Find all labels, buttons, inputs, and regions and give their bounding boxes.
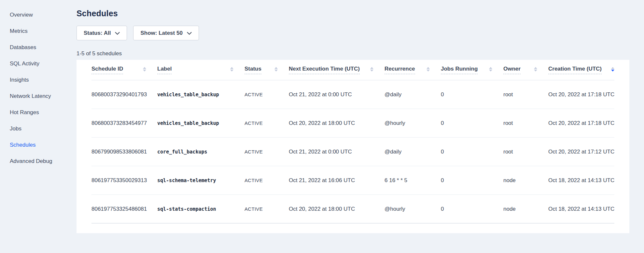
schedules-table-card: Schedule ID Label Status Next Execution …: [77, 60, 629, 233]
sidebar-nav: Overview Metrics Databases SQL Activity …: [0, 0, 77, 253]
main-content: Schedules Status: All Show: Latest 50 1-…: [77, 0, 644, 253]
column-header[interactable]: Label: [157, 60, 245, 80]
cell-label: vehicles_table_backup: [157, 92, 245, 98]
sort-icon[interactable]: [489, 67, 492, 72]
cell-recurrence: @daily: [385, 149, 441, 155]
chevron-down-icon: [187, 32, 192, 35]
status-filter-dropdown[interactable]: Status: All: [77, 26, 127, 40]
sidebar-item-overview[interactable]: Overview: [0, 7, 77, 23]
sidebar-item-label: SQL Activity: [10, 60, 39, 67]
show-filter-dropdown[interactable]: Show: Latest 50: [133, 26, 199, 40]
sort-down-arrow-icon: [274, 70, 278, 72]
show-filter-label: Show: Latest 50: [140, 30, 182, 36]
column-header-label: Label: [157, 66, 172, 74]
table-row[interactable]: 806800373283454977 vehicles_table_backup…: [91, 109, 614, 138]
sort-icon[interactable]: [230, 67, 233, 72]
sort-down-arrow-icon: [611, 70, 614, 72]
column-header[interactable]: Next Execution Time (UTC): [289, 60, 385, 80]
cell-creation-time: Oct 20, 2022 at 17:18 UTC: [548, 91, 618, 98]
sort-down-arrow-icon: [534, 70, 537, 72]
cell-owner: root: [503, 149, 548, 155]
cell-recurrence: @daily: [385, 91, 441, 98]
sort-up-arrow-icon: [370, 67, 373, 69]
cell-jobs-running: 0: [441, 91, 503, 98]
cell-recurrence: @hourly: [385, 120, 441, 126]
cell-schedule-id: 806799098533806081: [91, 149, 157, 155]
column-header[interactable]: Schedule ID: [91, 60, 157, 80]
cell-label: sql-schema-telemetry: [157, 178, 245, 183]
cell-status: ACTIVE: [245, 206, 289, 212]
cell-label: sql-stats-compaction: [157, 206, 245, 212]
status-filter-label: Status: All: [84, 30, 111, 36]
sort-icon[interactable]: [274, 67, 278, 72]
cell-status: ACTIVE: [245, 178, 289, 183]
column-header[interactable]: Creation Time (UTC): [548, 60, 614, 80]
cell-next-execution: Oct 21, 2022 at 0:00 UTC: [289, 149, 385, 155]
sort-icon[interactable]: [534, 67, 537, 72]
column-header[interactable]: Status: [245, 60, 289, 80]
sidebar-item-databases[interactable]: Databases: [0, 39, 77, 56]
sidebar-item-metrics[interactable]: Metrics: [0, 23, 77, 39]
chevron-down-icon: [115, 32, 120, 35]
sidebar-item-network-latency[interactable]: Network Latency: [0, 88, 77, 104]
cell-owner: node: [503, 206, 548, 212]
cell-schedule-id: 806197753325486081: [91, 206, 157, 212]
table-row[interactable]: 806800373290401793 vehicles_table_backup…: [91, 80, 614, 109]
sort-icon[interactable]: [611, 67, 614, 72]
cell-next-execution: Oct 20, 2022 at 18:00 UTC: [289, 120, 385, 126]
column-header-label: Schedule ID: [91, 66, 123, 74]
page-title: Schedules: [77, 8, 629, 18]
sidebar-item-insights[interactable]: Insights: [0, 72, 77, 88]
cell-creation-time: Oct 20, 2022 at 17:18 UTC: [548, 120, 618, 126]
filter-bar: Status: All Show: Latest 50: [77, 26, 629, 40]
column-header-label: Owner: [503, 66, 521, 74]
sidebar-item-label: Metrics: [10, 28, 28, 34]
sort-down-arrow-icon: [427, 70, 430, 72]
column-header-label: Creation Time (UTC): [548, 66, 602, 74]
sort-down-arrow-icon: [143, 70, 146, 72]
sort-down-arrow-icon: [370, 70, 373, 72]
sidebar-item-sql-activity[interactable]: SQL Activity: [0, 56, 77, 72]
sidebar-item-label: Overview: [10, 12, 33, 18]
sidebar-item-advanced-debug[interactable]: Advanced Debug: [0, 153, 77, 169]
sidebar-item-label: Insights: [10, 77, 29, 83]
sort-up-arrow-icon: [143, 67, 146, 69]
cell-creation-time: Oct 20, 2022 at 17:12 UTC: [548, 149, 618, 155]
sidebar-item-hot-ranges[interactable]: Hot Ranges: [0, 104, 77, 121]
cell-owner: root: [503, 91, 548, 98]
table-row[interactable]: 806197753350029313 sql-schema-telemetry …: [91, 166, 614, 195]
column-header[interactable]: Jobs Running: [441, 60, 503, 80]
table-row[interactable]: 806799098533806081 core_full_backups ACT…: [91, 138, 614, 166]
cell-recurrence: 6 16 * * 5: [385, 177, 441, 184]
cell-schedule-id: 806800373283454977: [91, 120, 157, 126]
sort-icon[interactable]: [143, 67, 146, 72]
sidebar-item-jobs[interactable]: Jobs: [0, 121, 77, 137]
sidebar-item-label: Schedules: [10, 142, 35, 148]
column-header-label: Jobs Running: [441, 66, 478, 74]
cell-next-execution: Oct 21, 2022 at 0:00 UTC: [289, 91, 385, 98]
cell-status: ACTIVE: [245, 149, 289, 154]
column-header[interactable]: Recurrence: [385, 60, 441, 80]
cell-jobs-running: 0: [441, 177, 503, 184]
table-row[interactable]: 806197753325486081 sql-stats-compaction …: [91, 195, 614, 223]
cell-recurrence: @hourly: [385, 206, 441, 212]
cell-status: ACTIVE: [245, 92, 289, 97]
cell-schedule-id: 806800373290401793: [91, 91, 157, 98]
column-header[interactable]: Owner: [503, 60, 548, 80]
sort-icon[interactable]: [370, 67, 373, 72]
cell-schedule-id: 806197753350029313: [91, 177, 157, 184]
column-header-label: Next Execution Time (UTC): [289, 66, 360, 74]
column-header-label: Status: [245, 66, 261, 74]
sort-up-arrow-icon: [489, 67, 492, 69]
cell-next-execution: Oct 20, 2022 at 18:00 UTC: [289, 206, 385, 212]
sidebar-item-label: Databases: [10, 44, 36, 51]
sidebar-item-label: Jobs: [10, 126, 21, 132]
cell-jobs-running: 0: [441, 120, 503, 126]
cell-jobs-running: 0: [441, 149, 503, 155]
cell-owner: root: [503, 120, 548, 126]
sidebar-item-label: Network Latency: [10, 93, 51, 100]
column-header-label: Recurrence: [385, 66, 415, 74]
sidebar-item-schedules[interactable]: Schedules: [0, 137, 77, 153]
sort-icon[interactable]: [427, 67, 430, 72]
cell-label: core_full_backups: [157, 149, 245, 155]
